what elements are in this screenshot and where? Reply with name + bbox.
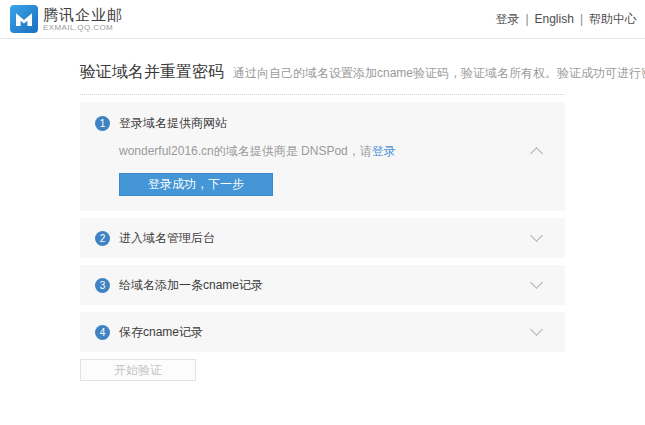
chevron-down-icon[interactable] (530, 229, 543, 242)
chevron-down-icon[interactable] (530, 323, 543, 336)
step-4-row[interactable]: 4 保存cname记录 (80, 312, 565, 352)
english-link[interactable]: English (535, 12, 574, 26)
exmail-m-icon (10, 5, 38, 33)
dotted-divider (80, 94, 565, 95)
step-4-title: 保存cname记录 (119, 324, 203, 341)
step-1-description-text: wonderful2016.cn的域名提供商是 DNSPod，请 (119, 144, 372, 158)
step-2-title: 进入域名管理后台 (119, 230, 215, 247)
step-3-badge: 3 (95, 278, 110, 293)
step-2-badge: 2 (95, 231, 110, 246)
step-1-description: wonderful2016.cn的域名提供商是 DNSPod，请登录 (119, 143, 550, 160)
header-links: 登录 | English | 帮助中心 (495, 11, 637, 28)
exmail-logo[interactable]: 腾讯企业邮 EXMAIL.QQ.COM (10, 5, 123, 33)
step-1-header[interactable]: 1 登录域名提供商网站 (95, 115, 550, 132)
step-1-body: wonderful2016.cn的域名提供商是 DNSPod，请登录 登录成功，… (119, 143, 550, 196)
login-success-next-button[interactable]: 登录成功，下一步 (119, 173, 273, 196)
link-separator: | (580, 12, 583, 26)
step-1-panel: 1 登录域名提供商网站 wonderful2016.cn的域名提供商是 DNSP… (80, 102, 565, 211)
page-subtitle: 通过向自己的域名设置添加cname验证码，验证域名所有权。验证成功可进行密码设置 (233, 65, 645, 82)
step-2-row[interactable]: 2 进入域名管理后台 (80, 218, 565, 258)
login-link[interactable]: 登录 (495, 11, 519, 28)
step-1-badge: 1 (95, 116, 110, 131)
step-4-badge: 4 (95, 325, 110, 340)
step-3-title: 给域名添加一条cname记录 (119, 277, 263, 294)
step-3-row[interactable]: 3 给域名添加一条cname记录 (80, 265, 565, 305)
logo-text: 腾讯企业邮 EXMAIL.QQ.COM (43, 7, 123, 32)
main-content: 验证域名并重置密码 通过向自己的域名设置添加cname验证码，验证域名所有权。验… (80, 39, 565, 381)
chevron-down-icon[interactable] (530, 276, 543, 289)
exmail-domain-verify-page: 腾讯企业邮 EXMAIL.QQ.COM 登录 | English | 帮助中心 … (0, 0, 645, 425)
brand-name: 腾讯企业邮 (43, 7, 123, 23)
brand-domain: EXMAIL.QQ.COM (43, 23, 123, 32)
step-1-login-link[interactable]: 登录 (372, 144, 396, 158)
title-row: 验证域名并重置密码 通过向自己的域名设置添加cname验证码，验证域名所有权。验… (80, 39, 565, 83)
page-title: 验证域名并重置密码 (80, 62, 224, 83)
top-header: 腾讯企业邮 EXMAIL.QQ.COM 登录 | English | 帮助中心 (0, 0, 645, 39)
help-center-link[interactable]: 帮助中心 (589, 11, 637, 28)
start-verify-button[interactable]: 开始验证 (80, 359, 196, 381)
step-1-title: 登录域名提供商网站 (119, 115, 227, 132)
link-separator: | (525, 12, 528, 26)
